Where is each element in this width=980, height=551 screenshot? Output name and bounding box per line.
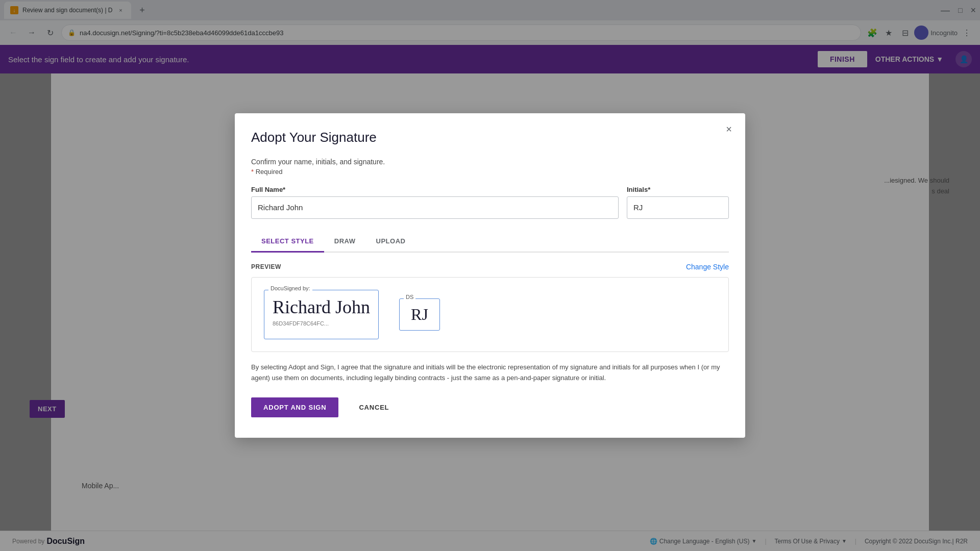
change-style-button[interactable]: Change Style — [686, 263, 729, 271]
signature-preview: DocuSigned by: Richard John 86D34FDF78C6… — [264, 290, 379, 339]
modal-actions: ADOPT AND SIGN CANCEL — [251, 397, 729, 417]
initials-ds-label: DS — [404, 294, 415, 300]
signature-hash: 86D34FDF78C64FC... — [273, 320, 370, 327]
cancel-button[interactable]: CANCEL — [351, 397, 397, 417]
form-row: Full Name* Initials* — [251, 186, 729, 219]
legal-text: By selecting Adopt and Sign, I agree tha… — [251, 362, 729, 384]
tab-select-style[interactable]: SELECT STYLE — [251, 231, 324, 253]
modal-title: Adopt Your Signature — [251, 130, 729, 145]
adopt-and-sign-button[interactable]: ADOPT AND SIGN — [251, 397, 338, 417]
tab-draw[interactable]: DRAW — [324, 231, 366, 253]
preview-label: PREVIEW — [251, 263, 281, 270]
modal-overlay: × Adopt Your Signature Confirm your name… — [0, 0, 980, 551]
full-name-input[interactable] — [251, 196, 619, 219]
signature-tabs: SELECT STYLE DRAW UPLOAD — [251, 231, 729, 253]
required-note: * Required — [251, 168, 729, 176]
required-text: Required — [256, 168, 283, 176]
full-name-field: Full Name* — [251, 186, 619, 219]
preview-box: DocuSigned by: Richard John 86D34FDF78C6… — [251, 277, 729, 352]
required-star: * — [251, 168, 254, 176]
adopt-signature-modal: × Adopt Your Signature Confirm your name… — [235, 113, 745, 438]
signature-text: Richard John — [273, 296, 370, 318]
preview-header: PREVIEW Change Style — [251, 263, 729, 271]
initials-label: Initials* — [627, 186, 729, 193]
full-name-label: Full Name* — [251, 186, 619, 193]
initials-input[interactable] — [627, 196, 729, 219]
modal-subtitle: Confirm your name, initials, and signatu… — [251, 158, 729, 166]
tab-upload[interactable]: UPLOAD — [366, 231, 416, 253]
docusigned-label: DocuSigned by: — [268, 285, 312, 291]
modal-close-button[interactable]: × — [721, 121, 737, 138]
initials-text: RJ — [411, 305, 428, 324]
initials-preview: DS RJ — [399, 298, 440, 331]
initials-field: Initials* — [627, 186, 729, 219]
